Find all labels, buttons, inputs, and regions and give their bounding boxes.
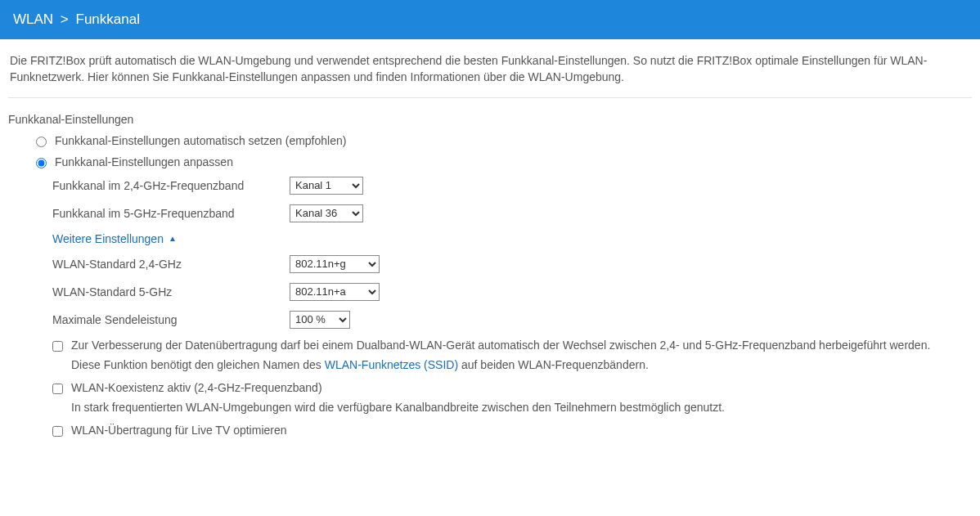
channel-24-select[interactable]: Kanal 1 xyxy=(290,177,363,195)
divider xyxy=(8,97,972,98)
std-24-label: WLAN-Standard 2,4-GHz xyxy=(52,258,290,271)
power-select[interactable]: 100 % xyxy=(290,311,350,329)
radio-option-auto: Funkkanal-Einstellungen automatisch setz… xyxy=(8,134,972,147)
setting-std-5: WLAN-Standard 5-GHz 802.11n+a xyxy=(52,283,972,301)
bandswitch-sub-prefix: Diese Funktion benötigt den gleichen Nam… xyxy=(71,358,325,371)
more-settings-toggle[interactable]: Weitere Einstellungen ▲ xyxy=(52,232,177,245)
breadcrumb-parent: WLAN xyxy=(13,11,53,27)
setting-power: Maximale Sendeleistung 100 % xyxy=(52,311,972,329)
checkbox-bandswitch-label[interactable]: Zur Verbesserung der Datenübertragung da… xyxy=(71,339,972,352)
power-label: Maximale Sendeleistung xyxy=(52,313,290,326)
checkbox-coexist-label[interactable]: WLAN-Koexistenz aktiv (2,4-GHz-Frequenzb… xyxy=(71,381,972,394)
ssid-link[interactable]: WLAN-Funknetzes (SSID) xyxy=(325,358,458,371)
setting-channel-24: Funkkanal im 2,4-GHz-Frequenzband Kanal … xyxy=(52,177,972,195)
page-header: WLAN > Funkkanal xyxy=(0,0,980,39)
radio-option-custom: Funkkanal-Einstellungen anpassen xyxy=(8,155,972,168)
checkbox-coexist[interactable] xyxy=(52,384,63,394)
bandswitch-sub-suffix: auf beiden WLAN-Frequenzbändern. xyxy=(458,358,649,371)
breadcrumb-current: Funkkanal xyxy=(76,11,140,27)
channel-24-label: Funkkanal im 2,4-GHz-Frequenzband xyxy=(52,179,290,192)
checkbox-bandswitch-sub: Diese Funktion benötigt den gleichen Nam… xyxy=(71,357,972,373)
setting-std-24: WLAN-Standard 2,4-GHz 802.11n+g xyxy=(52,255,972,273)
channel-5-select[interactable]: Kanal 36 xyxy=(290,204,363,222)
radio-auto-label[interactable]: Funkkanal-Einstellungen automatisch setz… xyxy=(55,134,346,147)
checkbox-coexist-row: WLAN-Koexistenz aktiv (2,4-GHz-Frequenzb… xyxy=(8,381,972,415)
content-area: Die FRITZ!Box prüft automatisch die WLAN… xyxy=(0,39,980,461)
radio-custom-label[interactable]: Funkkanal-Einstellungen anpassen xyxy=(55,155,233,168)
checkbox-livetv-label[interactable]: WLAN-Übertragung für Live TV optimieren xyxy=(71,424,972,437)
checkbox-bandswitch[interactable] xyxy=(52,341,63,352)
section-title: Funkkanal-Einstellungen xyxy=(8,113,972,126)
triangle-up-icon: ▲ xyxy=(169,234,177,243)
checkbox-coexist-sub: In stark frequentierten WLAN-Umgebungen … xyxy=(71,399,972,415)
intro-text: Die FRITZ!Box prüft automatisch die WLAN… xyxy=(8,52,972,86)
std-5-select[interactable]: 802.11n+a xyxy=(290,283,380,301)
checkbox-livetv-row: WLAN-Übertragung für Live TV optimieren xyxy=(8,424,972,437)
more-settings-label: Weitere Einstellungen xyxy=(52,232,164,245)
std-24-select[interactable]: 802.11n+g xyxy=(290,255,380,273)
setting-channel-5: Funkkanal im 5-GHz-Frequenzband Kanal 36 xyxy=(52,204,972,222)
checkbox-bandswitch-row: Zur Verbesserung der Datenübertragung da… xyxy=(8,339,972,373)
radio-custom[interactable] xyxy=(36,158,47,168)
radio-auto[interactable] xyxy=(36,137,47,147)
breadcrumb-separator: > xyxy=(61,11,69,27)
channel-5-label: Funkkanal im 5-GHz-Frequenzband xyxy=(52,207,290,220)
std-5-label: WLAN-Standard 5-GHz xyxy=(52,285,290,298)
checkbox-livetv[interactable] xyxy=(52,426,63,437)
